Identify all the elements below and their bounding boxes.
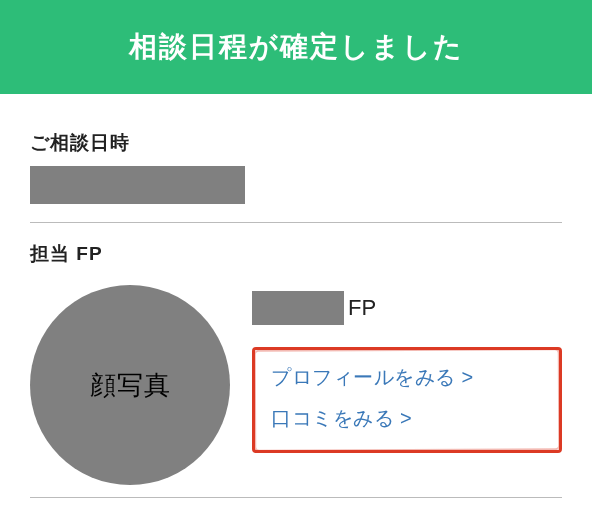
- reviews-link-text: 口コミをみる: [271, 405, 394, 432]
- consult-date-label: ご相談日時: [30, 130, 562, 156]
- fp-row: 顔写真 FP プロフィールをみる > 口コミをみる >: [30, 285, 562, 485]
- main-content: ご相談日時 担当 FP 顔写真 FP プロフィールをみる > 口コミをみる >: [0, 94, 592, 498]
- fp-name-suffix: FP: [348, 295, 376, 321]
- profile-link[interactable]: プロフィールをみる >: [271, 364, 543, 391]
- avatar: 顔写真: [30, 285, 230, 485]
- fp-details: FP プロフィールをみる > 口コミをみる >: [252, 285, 562, 453]
- fp-name-row: FP: [252, 291, 562, 325]
- chevron-right-icon: >: [400, 407, 412, 430]
- divider-2: [30, 497, 562, 498]
- header-title: 相談日程が確定しました: [129, 31, 464, 62]
- fp-section-label: 担当 FP: [30, 241, 562, 267]
- consult-date-value: [30, 166, 245, 204]
- divider-1: [30, 222, 562, 223]
- reviews-link[interactable]: 口コミをみる >: [271, 405, 543, 432]
- fp-name-value: [252, 291, 344, 325]
- links-highlight-box: プロフィールをみる > 口コミをみる >: [252, 347, 562, 453]
- profile-link-text: プロフィールをみる: [271, 364, 456, 391]
- header-banner: 相談日程が確定しました: [0, 0, 592, 94]
- chevron-right-icon: >: [462, 366, 474, 389]
- avatar-text: 顔写真: [90, 368, 171, 403]
